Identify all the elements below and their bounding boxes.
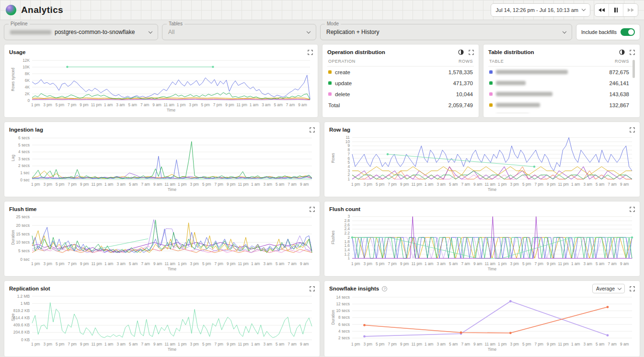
- include-backfills-control: Include backfills: [576, 24, 640, 40]
- table-row: delete10,044: [327, 89, 474, 100]
- pie-chart-icon[interactable]: [458, 49, 464, 55]
- svg-text:Time: Time: [488, 267, 497, 271]
- svg-text:4K: 4K: [25, 85, 30, 89]
- card-title: Ingestion lag: [9, 127, 43, 133]
- expand-icon[interactable]: [630, 286, 635, 291]
- fast-forward-button[interactable]: [623, 3, 638, 17]
- svg-text:9 pm: 9 pm: [80, 182, 89, 187]
- aggregate-select[interactable]: Average: [592, 284, 625, 293]
- expand-icon[interactable]: [630, 207, 635, 212]
- pie-chart-icon[interactable]: [619, 49, 625, 55]
- scrollbar-thumb[interactable]: [632, 60, 635, 78]
- redacted-table-name: [496, 70, 568, 74]
- svg-text:7 pm: 7 pm: [535, 342, 544, 346]
- svg-text:7 am: 7 am: [141, 182, 150, 187]
- svg-text:11 am: 11 am: [485, 342, 496, 346]
- svg-text:Time: Time: [168, 347, 177, 352]
- svg-text:3: 3: [347, 168, 350, 173]
- replication-slot-card: Replication slot 0 KB204.8 KB409.6 KB614…: [4, 280, 320, 357]
- svg-text:7 pm: 7 pm: [215, 182, 224, 187]
- svg-text:9 am: 9 am: [620, 342, 629, 346]
- svg-text:1 sec: 1 sec: [20, 170, 30, 175]
- svg-text:3 am: 3 am: [117, 182, 126, 187]
- date-range-picker[interactable]: Jul 14, 12:26 pm - Jul 16, 10:13 am: [491, 3, 590, 17]
- series-swatch: [489, 92, 493, 96]
- snowflake-insights-card: Snowflake insights ? Average 2 secs4 sec…: [324, 280, 640, 357]
- svg-text:3 am: 3 am: [437, 182, 446, 187]
- svg-text:1 pm: 1 pm: [31, 102, 40, 107]
- svg-text:1 pm: 1 pm: [351, 261, 360, 266]
- svg-text:11 pm: 11 pm: [412, 342, 423, 346]
- pipeline-select[interactable]: Pipeline postgres-common-to-snowflake: [4, 24, 158, 40]
- expand-icon[interactable]: [308, 50, 313, 55]
- svg-text:9 am: 9 am: [152, 102, 161, 107]
- svg-text:11 pm: 11 pm: [92, 342, 103, 346]
- svg-text:11 am: 11 am: [165, 261, 176, 266]
- expand-icon[interactable]: [469, 50, 474, 55]
- svg-text:11 pm: 11 pm: [238, 182, 249, 187]
- card-title: Flush time: [9, 206, 37, 212]
- svg-text:9 am: 9 am: [300, 182, 309, 187]
- svg-text:11 pm: 11 pm: [412, 261, 423, 266]
- svg-text:3 pm: 3 pm: [190, 261, 199, 266]
- svg-text:5 am: 5 am: [596, 182, 605, 187]
- expand-icon[interactable]: [310, 286, 315, 291]
- svg-text:Size: Size: [11, 313, 15, 322]
- svg-text:11 am: 11 am: [485, 182, 496, 187]
- svg-text:9 am: 9 am: [473, 261, 483, 266]
- svg-text:3 am: 3 am: [437, 342, 446, 346]
- svg-text:7 am: 7 am: [141, 342, 150, 346]
- tables-value: All: [168, 29, 174, 35]
- svg-text:9 pm: 9 pm: [227, 342, 236, 346]
- svg-text:8K: 8K: [25, 71, 30, 76]
- column-header: OPERATION: [328, 59, 356, 64]
- expand-icon[interactable]: [310, 207, 315, 212]
- mode-select[interactable]: Mode Replication + History: [320, 24, 572, 40]
- svg-text:3 pm: 3 pm: [44, 261, 53, 266]
- include-backfills-toggle[interactable]: [621, 28, 635, 36]
- svg-text:1 am: 1 am: [571, 261, 580, 266]
- svg-text:204.8 KB: 204.8 KB: [13, 330, 30, 335]
- svg-text:1 pm: 1 pm: [177, 102, 186, 107]
- svg-text:9 am: 9 am: [300, 261, 309, 266]
- svg-text:3 am: 3 am: [264, 182, 273, 187]
- mode-label: Mode: [325, 21, 341, 26]
- help-icon[interactable]: ?: [382, 286, 387, 291]
- series-swatch: [489, 103, 493, 107]
- svg-text:1 pm: 1 pm: [351, 342, 360, 346]
- svg-text:1.4: 1.4: [344, 247, 350, 252]
- svg-text:3 am: 3 am: [264, 342, 273, 346]
- svg-text:Rows: Rows: [331, 153, 335, 163]
- usage-card: Usage 02K4K6K8K10K12K1 pm3 pm5 pm7 pm9 p…: [4, 44, 318, 118]
- svg-text:3 pm: 3 pm: [189, 102, 198, 107]
- svg-text:3 pm: 3 pm: [364, 182, 373, 187]
- svg-text:7 pm: 7 pm: [388, 342, 397, 346]
- expand-icon[interactable]: [630, 50, 635, 55]
- expand-icon[interactable]: [310, 127, 315, 133]
- table-distribution-card: Table distribution TABLE ROWS 872,675246…: [483, 44, 640, 118]
- svg-text:5 pm: 5 pm: [522, 261, 531, 266]
- svg-text:9 pm: 9 pm: [227, 182, 236, 187]
- mode-value: Replication + History: [326, 29, 379, 35]
- date-range-label: Jul 14, 12:26 pm - Jul 16, 10:13 am: [496, 7, 578, 13]
- tables-select[interactable]: Tables All: [162, 24, 316, 40]
- svg-text:2: 2: [347, 235, 350, 240]
- svg-text:11 pm: 11 pm: [92, 182, 103, 187]
- card-title: Operation distribution: [327, 49, 385, 55]
- svg-text:11 pm: 11 pm: [238, 342, 249, 346]
- rewind-icon: [602, 8, 605, 12]
- svg-text:7 am: 7 am: [141, 261, 150, 266]
- svg-text:1.6: 1.6: [344, 243, 350, 248]
- expand-icon[interactable]: [630, 127, 635, 133]
- pause-button[interactable]: [609, 3, 623, 17]
- usage-chart: 02K4K6K8K10K12K1 pm3 pm5 pm7 pm9 pm11 pm…: [9, 56, 313, 113]
- svg-text:25 secs: 25 secs: [16, 214, 30, 219]
- svg-text:4 secs: 4 secs: [338, 329, 350, 334]
- svg-text:5 secs: 5 secs: [18, 143, 30, 147]
- svg-text:11 pm: 11 pm: [91, 102, 102, 107]
- rewind-button[interactable]: [595, 3, 609, 17]
- pipeline-value: postgres-common-to-snowflake: [55, 29, 135, 35]
- svg-text:Time: Time: [488, 347, 497, 352]
- svg-text:11 am: 11 am: [164, 102, 175, 107]
- svg-text:7 pm: 7 pm: [68, 182, 77, 187]
